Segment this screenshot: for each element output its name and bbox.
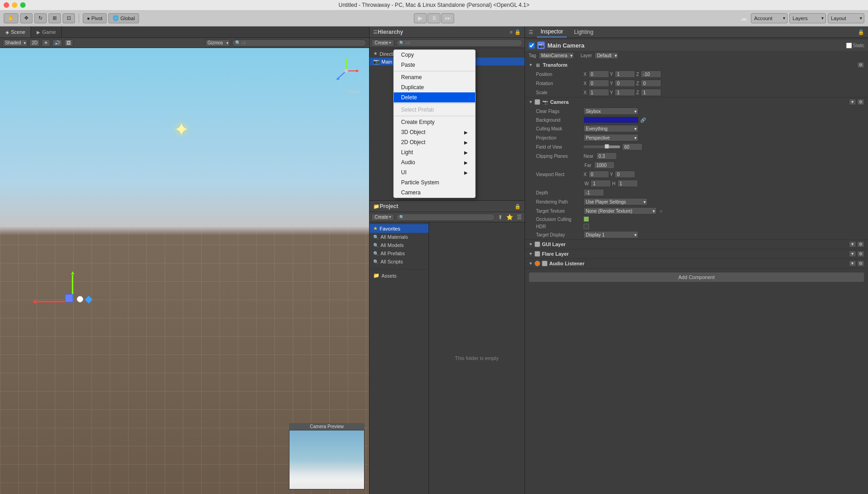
window-controls[interactable] — [4, 2, 26, 8]
gui-layer-btn1[interactable]: ▼ — [849, 241, 856, 247]
scene-view[interactable]: ✦ — [0, 48, 369, 494]
object-enabled-checkbox[interactable] — [529, 43, 535, 48]
rotation-x[interactable]: 0 — [589, 80, 609, 87]
context-2d-object[interactable]: 2D Object ▶ — [394, 137, 475, 147]
target-texture-dropdown[interactable]: None (Render Texture) — [584, 207, 657, 215]
context-paste[interactable]: Paste — [394, 60, 475, 70]
context-rename[interactable]: Rename — [394, 72, 475, 82]
far-value[interactable]: 1000 — [594, 161, 615, 169]
hierarchy-search[interactable]: 🔍 All — [396, 39, 523, 47]
game-tab[interactable]: ▶ Game — [31, 27, 62, 38]
static-checkbox[interactable] — [846, 43, 852, 48]
context-light[interactable]: Light ▶ — [394, 147, 475, 157]
favorites-item[interactable]: ★ Favorites — [370, 224, 429, 233]
lighting-tab[interactable]: Lighting — [570, 27, 597, 38]
tag-dropdown[interactable]: MainCamera — [539, 52, 574, 59]
effects-btn[interactable]: 🖼 — [64, 39, 73, 47]
scale-y[interactable]: 1 — [615, 89, 635, 96]
camera-settings-btn[interactable]: ⚙ — [857, 99, 864, 105]
vp-w[interactable]: 1 — [590, 180, 611, 187]
target-display-dropdown[interactable]: Display 1 — [584, 231, 638, 238]
audio-listener-checkbox[interactable] — [542, 261, 547, 266]
fov-slider[interactable] — [584, 145, 620, 148]
camera-btn1[interactable]: ▼ — [849, 99, 856, 105]
audio-listener-settings-btn[interactable]: ⚙ — [857, 260, 864, 267]
rendering-path-dropdown[interactable]: Use Player Settings — [584, 198, 648, 205]
audio-listener-btn1[interactable]: ▼ — [849, 260, 856, 267]
move-tool-btn[interactable]: ✥ — [20, 13, 32, 23]
project-view-btn2[interactable]: ⭐ — [505, 214, 514, 220]
gizmos-dropdown[interactable]: Gizmos — [205, 39, 230, 47]
2d-btn[interactable]: 2D — [29, 39, 40, 47]
context-ui[interactable]: UI ▶ — [394, 167, 475, 177]
scene-tab[interactable]: ◈ Scene — [0, 27, 31, 38]
position-y[interactable]: 1 — [615, 70, 635, 78]
context-3d-object[interactable]: 3D Object ▶ — [394, 127, 475, 137]
cube-object[interactable] — [65, 294, 73, 302]
add-component-btn[interactable]: Add Component — [529, 272, 864, 282]
scale-z[interactable]: 1 — [641, 89, 661, 96]
all-scripts-item[interactable]: 🔍 All Scripts — [370, 258, 429, 266]
transform-header[interactable]: ▼ ⊞ Transform ⚙ — [525, 60, 868, 70]
scene-search[interactable]: 🔍 All — [232, 39, 366, 47]
flare-layer-checkbox[interactable] — [535, 251, 540, 257]
position-x[interactable]: 0 — [589, 70, 609, 78]
project-search[interactable]: 🔍 — [396, 214, 495, 221]
fov-value[interactable]: 60 — [622, 143, 643, 150]
rotate-tool-btn[interactable]: ↻ — [34, 13, 47, 23]
all-models-item[interactable]: 🔍 All Models — [370, 241, 429, 249]
project-view-btn3[interactable]: ☰ — [516, 214, 523, 220]
audio-listener-header[interactable]: ▼ Audio Listener ▼ ⚙ — [525, 259, 868, 268]
context-copy[interactable]: Copy — [394, 50, 475, 60]
culling-dropdown[interactable]: Everything — [584, 125, 638, 132]
context-audio[interactable]: Audio ▶ — [394, 157, 475, 167]
near-value[interactable]: 0.3 — [596, 152, 617, 160]
assets-folder-item[interactable]: 📁 Assets — [370, 271, 429, 280]
background-color[interactable] — [584, 117, 638, 123]
project-view-btn1[interactable]: ⬆ — [497, 214, 504, 220]
scale-tool-btn[interactable]: ⊞ — [48, 13, 61, 23]
gui-layer-checkbox[interactable] — [535, 242, 540, 247]
rotation-z[interactable]: 0 — [641, 80, 661, 87]
vp-h[interactable]: 1 — [617, 180, 638, 187]
hand-tool-btn[interactable]: ✋ — [4, 13, 18, 23]
transform-settings-btn[interactable]: ⚙ — [857, 62, 864, 68]
all-prefabs-item[interactable]: 🔍 All Prefabs — [370, 249, 429, 258]
context-delete[interactable]: Delete — [394, 92, 475, 102]
context-particle-system[interactable]: Particle System — [394, 177, 475, 188]
layer-dropdown[interactable]: Default — [595, 52, 618, 59]
position-z[interactable]: -10 — [641, 70, 661, 78]
rotation-y[interactable]: 0 — [615, 80, 635, 87]
lighting-btn[interactable]: ☀ — [42, 39, 50, 47]
context-duplicate[interactable]: Duplicate — [394, 82, 475, 92]
camera-enabled-checkbox[interactable] — [535, 99, 540, 105]
scale-x[interactable]: 1 — [589, 89, 609, 96]
hdr-checkbox[interactable] — [584, 224, 589, 229]
pause-btn[interactable]: ⏸ — [428, 13, 440, 23]
context-create-empty[interactable]: Create Empty — [394, 117, 475, 127]
flare-layer-btn1[interactable]: ▼ — [849, 251, 856, 257]
sphere-object[interactable] — [77, 296, 83, 302]
account-dropdown[interactable]: Account — [751, 13, 788, 23]
layers-dropdown[interactable]: Layers — [789, 13, 826, 23]
minimize-btn[interactable] — [12, 2, 17, 8]
camera-header[interactable]: ▼ 📷 Camera ▼ ⚙ — [525, 97, 868, 107]
maximize-btn[interactable] — [20, 2, 26, 8]
depth-value[interactable]: -1 — [584, 189, 604, 196]
clear-flags-dropdown[interactable]: Skybox — [584, 107, 638, 115]
gui-layer-header[interactable]: ▼ GUI Layer ▼ ⚙ — [525, 240, 868, 249]
layout-dropdown[interactable]: Layout — [828, 13, 864, 23]
flare-layer-settings-btn[interactable]: ⚙ — [857, 251, 864, 257]
shaded-dropdown[interactable]: Shaded — [3, 39, 27, 47]
pivot-btn[interactable]: ● Pivot — [83, 13, 107, 23]
flare-layer-header[interactable]: ▼ Flare Layer ▼ ⚙ — [525, 249, 868, 258]
inspector-tab[interactable]: Inspector — [537, 27, 567, 38]
hierarchy-create-btn[interactable]: Create — [371, 39, 394, 47]
gui-layer-settings-btn[interactable]: ⚙ — [857, 241, 864, 247]
context-camera[interactable]: Camera — [394, 188, 475, 198]
vp-y[interactable]: 0 — [615, 171, 635, 178]
close-btn[interactable] — [4, 2, 9, 8]
projection-dropdown[interactable]: Perspective — [584, 134, 638, 141]
global-btn[interactable]: 🌐 Global — [108, 13, 139, 23]
step-btn[interactable]: ⏭ — [441, 13, 454, 23]
